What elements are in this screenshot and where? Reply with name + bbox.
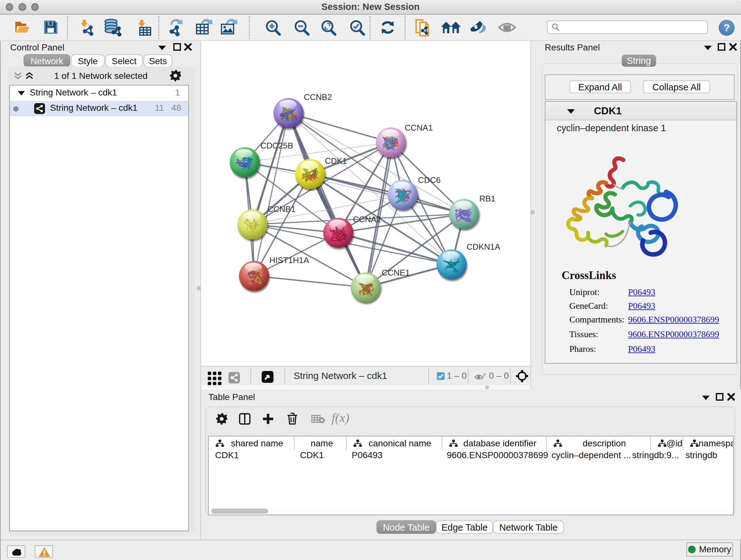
svg-text:CDC6: CDC6 xyxy=(418,175,441,185)
svg-text:CCNE1: CCNE1 xyxy=(382,268,410,277)
svg-text:CDC25B: CDC25B xyxy=(260,141,293,150)
svg-text:CCNA2: CCNA2 xyxy=(353,214,381,224)
svg-text:CCNB2: CCNB2 xyxy=(304,92,332,102)
svg-text:CCNA1: CCNA1 xyxy=(405,123,433,132)
svg-text:RB1: RB1 xyxy=(479,194,495,203)
svg-text:CCNB1: CCNB1 xyxy=(267,204,295,214)
svg-text:CDKN1A: CDKN1A xyxy=(467,242,500,252)
svg-text:HIST1H1A: HIST1H1A xyxy=(269,255,309,265)
svg-text:CDK1: CDK1 xyxy=(325,156,347,166)
